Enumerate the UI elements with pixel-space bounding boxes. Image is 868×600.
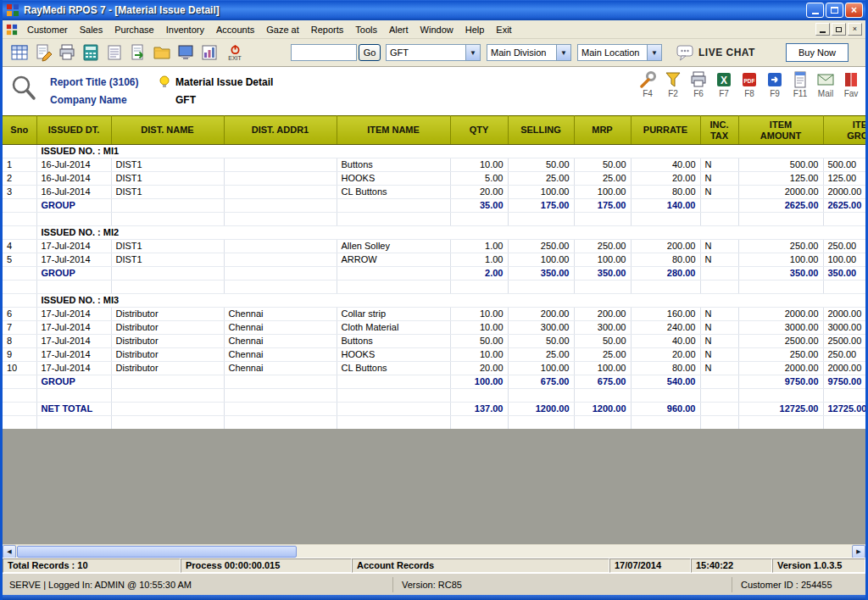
menu-reports[interactable]: Reports	[305, 22, 350, 37]
menu-inventory[interactable]: Inventory	[160, 22, 210, 37]
group-header-row[interactable]: ISSUED NO. : MI2	[3, 226, 865, 240]
excel-f7-button[interactable]: X F7	[711, 70, 737, 99]
group-total-row[interactable]: GROUP35.00175.00175.00140.002625.002625.…	[3, 199, 865, 213]
maximize-button[interactable]	[826, 3, 843, 18]
menu-accounts[interactable]: Accounts	[210, 22, 260, 37]
column-header-issued_dt[interactable]: ISSUED DT.	[36, 116, 111, 145]
cell-item_amount: 2000.00	[738, 186, 823, 199]
export-f9-button[interactable]: F9	[762, 70, 787, 99]
menu-tools[interactable]: Tools	[349, 22, 383, 37]
table-row[interactable]: 517-Jul-2014DIST1ARROW1.00100.00100.0080…	[3, 253, 865, 267]
report-table-container: SnoISSUED DT.DIST. NAMEDIST. ADDR1ITEM N…	[3, 115, 865, 429]
table-row[interactable]: 817-Jul-2014DistributorChennaiButtons50.…	[3, 335, 865, 348]
menu-gaze-at[interactable]: Gaze at	[260, 22, 305, 37]
open-folder-button[interactable]	[150, 41, 174, 64]
mdi-restore-button[interactable]	[832, 23, 846, 36]
chevron-down-icon[interactable]: ▼	[465, 45, 480, 60]
tools-f4-button[interactable]: F4	[635, 70, 660, 99]
menu-window[interactable]: Window	[415, 22, 459, 37]
cell-dist_addr1	[224, 172, 337, 186]
monitor-icon	[176, 43, 195, 62]
column-header-inc_tax[interactable]: INC. TAX	[700, 116, 738, 145]
table-row[interactable]: 717-Jul-2014DistributorChennaiCloth Mate…	[3, 321, 865, 335]
notes-f11-button[interactable]: F11	[787, 70, 813, 99]
display-button[interactable]	[174, 41, 198, 64]
buy-now-button[interactable]: Buy Now	[786, 43, 849, 62]
column-header-item_gross[interactable]: ITEMGROSS	[823, 116, 865, 145]
table-row[interactable]: 316-Jul-2014DIST1CL Buttons20.00100.0010…	[3, 186, 865, 199]
spacer-row[interactable]	[3, 281, 865, 294]
close-button[interactable]: ×	[845, 3, 863, 18]
scroll-right-arrow[interactable]: ▶	[852, 545, 865, 558]
cell-dist_addr1	[224, 199, 337, 213]
group-header-row[interactable]: ISSUED NO. : MI1	[3, 145, 865, 158]
spacer-row[interactable]	[3, 416, 865, 430]
table-row[interactable]: 116-Jul-2014DIST1Buttons10.0050.0050.004…	[3, 158, 865, 172]
cell-mrp	[574, 281, 631, 294]
notepad-button[interactable]	[103, 41, 126, 64]
print-f6-button[interactable]: F6	[686, 70, 711, 99]
column-header-dist_addr1[interactable]: DIST. ADDR1	[224, 116, 337, 145]
column-header-sno[interactable]: Sno	[3, 116, 36, 145]
group-total-row[interactable]: GROUP2.00350.00350.00280.00350.00350.00	[3, 267, 865, 281]
menu-alert[interactable]: Alert	[383, 22, 415, 37]
chevron-down-icon[interactable]: ▼	[647, 45, 661, 60]
table-row[interactable]: 917-Jul-2014DistributorChennaiHOOKS10.00…	[3, 348, 865, 362]
quick-search-input[interactable]	[291, 44, 357, 61]
table-row[interactable]: 216-Jul-2014DIST1HOOKS5.0025.0025.0020.0…	[3, 172, 865, 186]
export-document-button[interactable]	[126, 41, 150, 64]
app-logo-icon	[6, 3, 19, 17]
search-icon[interactable]	[9, 74, 36, 103]
column-header-qty[interactable]: QTY	[450, 116, 508, 145]
menu-purchase[interactable]: Purchase	[108, 22, 159, 37]
group-header-row[interactable]: ISSUED NO. : MI3	[3, 294, 865, 308]
column-header-item_amount[interactable]: ITEMAMOUNT	[738, 116, 823, 145]
scrollbar-thumb[interactable]	[17, 546, 297, 558]
menu-customer[interactable]: Customer	[21, 22, 74, 37]
chart-button[interactable]	[198, 41, 221, 64]
menu-help[interactable]: Help	[459, 22, 491, 37]
table-row[interactable]: 1017-Jul-2014DistributorChennaiCL Button…	[3, 362, 865, 375]
column-header-mrp[interactable]: MRP	[574, 116, 631, 145]
exit-button[interactable]: EXIT	[221, 41, 248, 64]
minimize-button[interactable]	[806, 3, 824, 18]
go-button[interactable]: Go	[359, 44, 381, 61]
cell-sno: 8	[3, 335, 36, 348]
cell-purrate: 540.00	[631, 375, 700, 389]
live-chat-button[interactable]: LIVE CHAT	[676, 44, 755, 61]
cell-item_gross: 2000.00	[823, 308, 865, 321]
calculator-button[interactable]	[79, 41, 103, 64]
favorites-button[interactable]: Fav	[838, 70, 864, 99]
menu-exit[interactable]: Exit	[490, 22, 517, 37]
edit-document-button[interactable]	[31, 41, 55, 64]
menu-sales[interactable]: Sales	[74, 22, 109, 37]
mdi-minimize-button[interactable]	[815, 23, 830, 36]
cell-purrate: 20.00	[631, 172, 700, 186]
table-row[interactable]: 417-Jul-2014DIST1Allen Solley1.00250.002…	[3, 240, 865, 253]
column-header-purrate[interactable]: PURRATE	[631, 116, 700, 145]
net-total-row[interactable]: NET TOTAL137.001200.001200.00960.0012725…	[3, 403, 865, 416]
location-select[interactable]: Main Location ▼	[577, 44, 662, 61]
window-title: RayMedi RPOS 7 - [Material Issue Detail]	[24, 4, 804, 16]
scroll-left-arrow[interactable]: ◀	[3, 545, 16, 558]
report-grid-button[interactable]	[8, 41, 31, 64]
group-total-row[interactable]: GROUP100.00675.00675.00540.009750.009750…	[3, 375, 865, 389]
horizontal-scrollbar[interactable]: ◀ ▶	[3, 544, 865, 558]
company-select[interactable]: GFT ▼	[386, 44, 481, 61]
mail-button[interactable]: Mail	[813, 70, 838, 99]
mdi-minimize-icon	[820, 31, 826, 33]
cell-item_name	[337, 199, 450, 213]
print-button[interactable]	[55, 41, 79, 64]
table-row[interactable]: 617-Jul-2014DistributorChennaiCollar str…	[3, 308, 865, 321]
chevron-down-icon[interactable]: ▼	[556, 45, 570, 60]
pdf-f8-button[interactable]: PDF F8	[737, 70, 762, 99]
column-header-item_name[interactable]: ITEM NAME	[337, 116, 450, 145]
filter-f2-button[interactable]: F2	[660, 70, 686, 99]
spacer-row[interactable]	[3, 389, 865, 403]
title-bar: RayMedi RPOS 7 - [Material Issue Detail]…	[3, 0, 865, 20]
division-select[interactable]: Main Division ▼	[487, 44, 571, 61]
spacer-row[interactable]	[3, 213, 865, 226]
column-header-selling[interactable]: SELLING	[508, 116, 574, 145]
column-header-dist_name[interactable]: DIST. NAME	[111, 116, 224, 145]
mdi-close-button[interactable]: ×	[848, 23, 862, 36]
